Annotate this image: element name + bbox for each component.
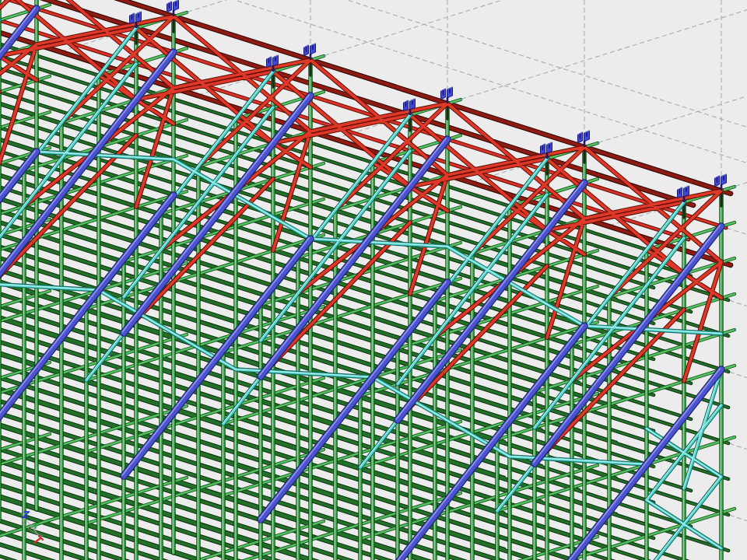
model-canvas: ZY (0, 0, 747, 560)
cad-viewport-3d[interactable]: ZY (0, 0, 747, 560)
